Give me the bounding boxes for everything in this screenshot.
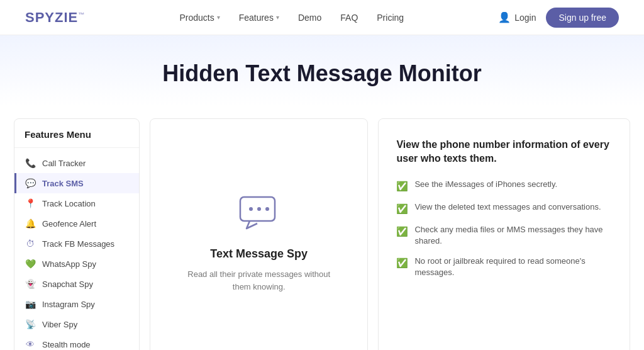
feature-right-panel: View the phone number information of eve… xyxy=(378,118,630,350)
chevron-down-icon: ▾ xyxy=(217,14,220,21)
nav-right: 👤 Login Sign up free xyxy=(498,8,619,28)
hero-title: Hidden Text Message Monitor xyxy=(13,60,631,87)
sidebar-title: Features Menu xyxy=(14,129,139,148)
sidebar-label: Track Location xyxy=(42,199,96,208)
svg-point-2 xyxy=(257,207,261,211)
login-button[interactable]: 👤 Login xyxy=(498,11,536,23)
feature-title: Text Message Spy xyxy=(210,247,308,261)
sidebar-label: Track SMS xyxy=(42,179,84,188)
sms-icon: 💬 xyxy=(25,178,36,188)
list-item: ✅ No root or jailbreak required to read … xyxy=(396,256,612,278)
geofence-icon: 🔔 xyxy=(25,218,36,229)
stealth-icon: 👁 xyxy=(25,339,36,349)
list-item: ✅ See the iMessages of iPhones secretly. xyxy=(396,179,612,193)
feature-center-panel: Text Message Spy Read all their private … xyxy=(150,118,368,350)
location-icon: 📍 xyxy=(25,198,36,208)
right-panel-title: View the phone number information of eve… xyxy=(396,138,612,166)
features-sidebar: Features Menu 📞 Call Tracker 💬 Track SMS… xyxy=(14,118,140,350)
nav-demo[interactable]: Demo xyxy=(298,13,321,23)
feature-description: Read all their private messages without … xyxy=(184,268,335,293)
check-icon: ✅ xyxy=(396,179,408,193)
header: SPYZIE™ Products ▾ Features ▾ Demo FAQ P… xyxy=(0,0,644,35)
sidebar-label: Call Tracker xyxy=(42,159,86,168)
nav-pricing[interactable]: Pricing xyxy=(377,13,404,23)
sidebar-item-stealth[interactable]: 👁 Stealth mode xyxy=(14,334,139,350)
sidebar-item-track-location[interactable]: 📍 Track Location xyxy=(14,193,139,213)
logo-spy: SPY xyxy=(25,9,55,25)
snapchat-icon: 👻 xyxy=(25,279,36,289)
sidebar-item-whatsapp[interactable]: 💚 WhatsApp Spy xyxy=(14,254,139,274)
list-item: ✅ Check any media files or MMS messages … xyxy=(396,224,612,247)
hero-section: Hidden Text Message Monitor xyxy=(0,35,644,106)
sidebar-item-snapchat[interactable]: 👻 Snapchat Spy xyxy=(14,274,139,294)
sidebar-item-viber[interactable]: 📡 Viber Spy xyxy=(14,314,139,334)
fb-icon: ⏱ xyxy=(25,239,36,249)
check-icon: ✅ xyxy=(396,202,408,215)
sidebar-item-fb-messages[interactable]: ⏱ Track FB Messages xyxy=(14,234,139,254)
sidebar-item-geofence[interactable]: 🔔 Geofence Alert xyxy=(14,213,139,234)
viber-icon: 📡 xyxy=(25,319,36,329)
main-content: Features Menu 📞 Call Tracker 💬 Track SMS… xyxy=(1,106,643,350)
sidebar-label: Track FB Messages xyxy=(42,239,114,249)
chat-icon xyxy=(237,194,281,232)
feature-benefits-list: ✅ See the iMessages of iPhones secretly.… xyxy=(396,179,612,279)
list-item: ✅ View the deleted text messages and con… xyxy=(396,201,612,215)
main-nav: Products ▾ Features ▾ Demo FAQ Pricing xyxy=(179,13,404,23)
sidebar-item-instagram[interactable]: 📷 Instagram Spy xyxy=(14,294,139,314)
check-icon: ✅ xyxy=(396,225,408,238)
check-icon: ✅ xyxy=(396,256,408,269)
feature-illustration xyxy=(234,191,284,235)
logo-tm: ™ xyxy=(78,11,85,18)
logo-zie: ZIE xyxy=(55,9,78,25)
sidebar-label: Instagram Spy xyxy=(42,300,95,309)
call-icon: 📞 xyxy=(25,158,36,168)
sidebar-item-track-sms[interactable]: 💬 Track SMS xyxy=(14,173,139,193)
whatsapp-icon: 💚 xyxy=(25,259,36,269)
nav-faq[interactable]: FAQ xyxy=(340,13,358,23)
logo[interactable]: SPYZIE™ xyxy=(25,9,85,26)
nav-features[interactable]: Features ▾ xyxy=(239,13,279,23)
instagram-icon: 📷 xyxy=(25,299,36,309)
nav-products[interactable]: Products ▾ xyxy=(179,13,219,23)
sidebar-label: Snapchat Spy xyxy=(42,279,93,289)
signup-button[interactable]: Sign up free xyxy=(546,8,619,28)
chevron-down-icon: ▾ xyxy=(276,14,279,21)
svg-point-3 xyxy=(265,207,269,211)
sidebar-label: WhatsApp Spy xyxy=(42,259,96,269)
sidebar-item-call-tracker[interactable]: 📞 Call Tracker xyxy=(14,153,139,173)
sidebar-label: Stealth mode xyxy=(42,340,91,349)
sidebar-label: Viber Spy xyxy=(42,320,77,329)
svg-point-1 xyxy=(249,207,253,211)
sidebar-label: Geofence Alert xyxy=(42,219,96,229)
user-icon: 👤 xyxy=(498,11,511,23)
